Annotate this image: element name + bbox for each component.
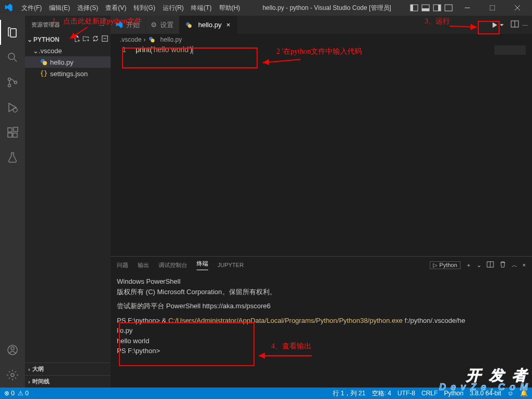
run-debug-icon[interactable]	[0, 95, 25, 120]
svg-rect-5	[438, 5, 441, 11]
svg-rect-1	[410, 5, 413, 11]
status-warnings[interactable]: ⚠ 0	[18, 390, 29, 397]
tab-settings[interactable]: ⚙ 设置	[146, 16, 179, 34]
status-spaces[interactable]: 空格: 4	[372, 389, 391, 398]
status-python-version[interactable]: 3.8.0 64-bit	[470, 390, 501, 397]
refresh-icon[interactable]	[92, 35, 99, 44]
outline-section[interactable]: ›大纲	[25, 362, 111, 375]
terminal-content[interactable]: Windows PowerShell 版权所有 (C) Microsoft Co…	[111, 273, 532, 388]
terminal-type-badge[interactable]: ▷ Python	[430, 261, 460, 269]
source-control-icon[interactable]	[0, 70, 25, 95]
svg-rect-18	[13, 133, 17, 137]
minimap[interactable]	[494, 45, 526, 55]
svg-rect-16	[8, 128, 12, 132]
extensions-icon[interactable]	[0, 120, 25, 145]
panel-tab-issues[interactable]: 问题	[117, 261, 128, 269]
svg-rect-3	[422, 8, 429, 11]
file-settings-json[interactable]: {} settings.json	[25, 68, 111, 79]
panel-tab-jupyter[interactable]: JUPYTER	[217, 262, 244, 268]
chevron-down-icon: ⌄	[32, 47, 39, 55]
folder-vscode[interactable]: ⌄ .vscode	[25, 45, 111, 56]
chevron-up-icon[interactable]: ︿	[512, 261, 517, 269]
tab-hello-py[interactable]: hello.py ×	[179, 16, 238, 34]
maximize-button[interactable]	[482, 0, 503, 16]
svg-point-12	[8, 78, 11, 81]
close-tab-icon[interactable]: ×	[225, 21, 232, 29]
file-tree: ⌄ .vscode hello.py {} settings.json	[25, 45, 111, 79]
search-icon[interactable]	[0, 45, 25, 70]
explorer-more-icon[interactable]: ···	[100, 22, 104, 28]
svg-rect-6	[445, 5, 452, 11]
explorer-sidebar: 资源管理器 ··· ⌄ PYTHON ⌄ .vscode hello.py	[25, 16, 111, 388]
file-hello-py[interactable]: hello.py	[25, 56, 111, 68]
title-bar: 文件(F) 编辑(E) 选择(S) 查看(V) 转到(G) 运行(R) 终端(T…	[0, 0, 532, 16]
python-file-icon	[185, 21, 193, 29]
menu-file[interactable]: 文件(F)	[18, 4, 45, 13]
split-terminal-icon[interactable]	[487, 261, 494, 269]
chevron-down-icon: ⌄	[27, 36, 32, 43]
svg-point-11	[8, 53, 15, 59]
timeline-section[interactable]: ›时间线	[25, 375, 111, 388]
menu-edit[interactable]: 编辑(E)	[45, 4, 74, 13]
menu-view[interactable]: 查看(V)	[102, 4, 130, 13]
testing-icon[interactable]	[0, 145, 25, 170]
close-panel-icon[interactable]: ×	[523, 262, 526, 268]
status-bell-icon[interactable]: 🔔	[520, 390, 528, 397]
terminal-dropdown-icon[interactable]: ⌄	[477, 262, 481, 269]
chevron-down-icon[interactable]	[499, 22, 504, 28]
menu-bar: 文件(F) 编辑(E) 选择(S) 查看(V) 转到(G) 运行(R) 终端(T…	[18, 4, 244, 13]
vscode-icon	[116, 21, 123, 29]
new-terminal-icon[interactable]: ＋	[466, 261, 471, 269]
svg-point-22	[11, 373, 14, 377]
minimize-button[interactable]	[457, 0, 478, 16]
menu-run[interactable]: 运行(R)	[159, 4, 188, 13]
svg-point-28	[188, 24, 191, 28]
svg-point-21	[11, 347, 14, 350]
svg-point-15	[13, 108, 17, 112]
menu-help[interactable]: 帮助(H)	[215, 4, 244, 13]
window-title: hello.py - python - Visual Studio Code […	[244, 4, 410, 13]
settings-gear-icon[interactable]	[0, 362, 25, 388]
svg-rect-17	[8, 133, 12, 137]
layout-controls[interactable]	[410, 4, 453, 12]
svg-point-32	[151, 39, 155, 42]
folder-name: PYTHON	[33, 36, 59, 43]
panel-tab-terminal[interactable]: 终端	[197, 260, 208, 270]
trash-icon[interactable]	[499, 261, 506, 269]
accounts-icon[interactable]	[0, 337, 25, 362]
menu-selection[interactable]: 选择(S)	[74, 4, 102, 13]
more-icon[interactable]: ···	[522, 21, 528, 29]
gear-icon: ⚙	[151, 21, 157, 29]
line-number: 1	[111, 45, 136, 54]
python-file-icon	[148, 35, 156, 44]
svg-point-26	[43, 61, 47, 65]
status-eol[interactable]: CRLF	[421, 390, 438, 397]
menu-go[interactable]: 转到(G)	[130, 4, 159, 13]
breadcrumb[interactable]: .vscode › hello.py	[111, 34, 532, 45]
run-button[interactable]	[488, 20, 507, 30]
collapse-icon[interactable]	[101, 35, 108, 44]
editor-area: 开始 ⚙ 设置 hello.py × ··· .vscode	[111, 16, 532, 388]
status-language[interactable]: Python	[444, 390, 463, 397]
status-line-col[interactable]: 行 1，列 21	[333, 389, 366, 398]
panel-tab-debug[interactable]: 调试控制台	[159, 261, 187, 269]
split-editor-icon[interactable]	[511, 20, 519, 30]
menu-terminal[interactable]: 终端(T)	[187, 4, 215, 13]
svg-rect-19	[14, 127, 18, 131]
svg-line-36	[263, 59, 300, 63]
explorer-icon[interactable]	[0, 20, 25, 45]
panel-tab-output[interactable]: 输出	[138, 261, 149, 269]
status-bar: ⊗ 0 ⚠ 0 行 1，列 21 空格: 4 UTF-8 CRLF Python…	[0, 388, 532, 399]
code-content[interactable]: print('hello world')	[136, 45, 193, 54]
svg-point-13	[8, 84, 11, 87]
status-errors[interactable]: ⊗ 0	[4, 390, 15, 397]
tab-start[interactable]: 开始	[111, 16, 146, 34]
code-editor[interactable]: 1 print('hello world')	[111, 45, 532, 54]
close-button[interactable]	[507, 0, 528, 16]
svg-rect-8	[490, 5, 495, 10]
status-encoding[interactable]: UTF-8	[397, 390, 415, 397]
python-file-icon	[40, 58, 48, 66]
svg-point-14	[15, 81, 17, 84]
status-feedback-icon[interactable]: ☺	[507, 390, 514, 397]
json-file-icon: {}	[40, 69, 48, 78]
